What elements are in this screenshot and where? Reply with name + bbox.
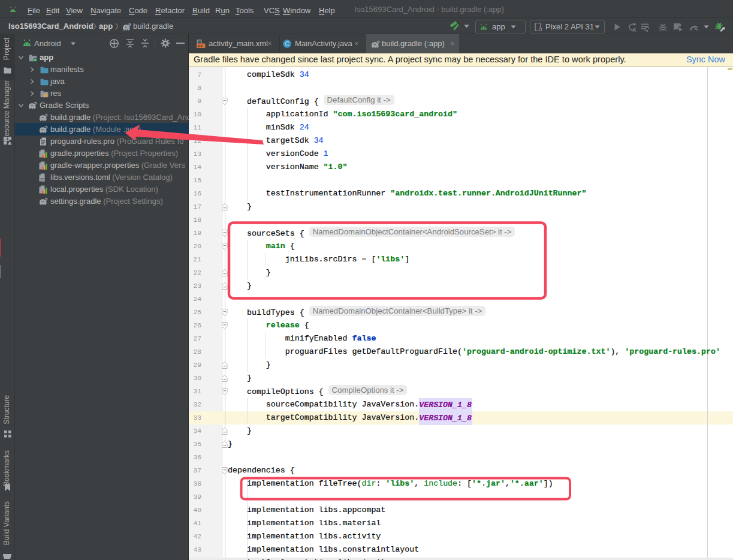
svg-text:A: A [632, 27, 636, 32]
svg-text:C: C [285, 41, 289, 47]
svg-text:<>: <> [198, 44, 203, 49]
